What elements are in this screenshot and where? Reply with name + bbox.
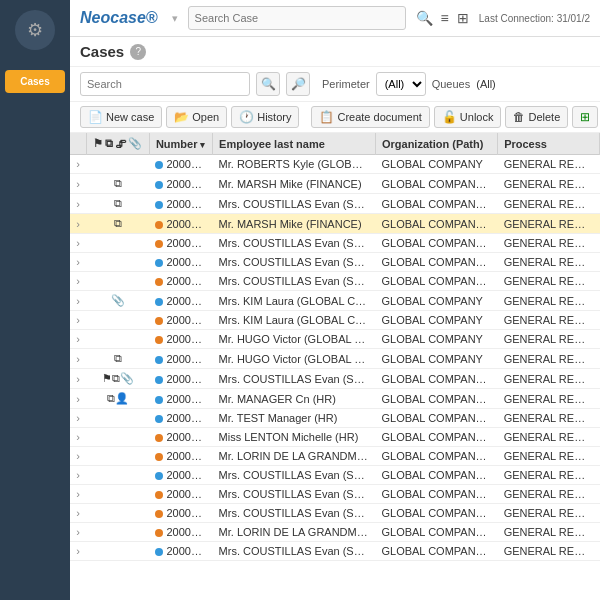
row-expand[interactable]: ›	[70, 174, 86, 194]
case-number[interactable]: 20001616	[149, 466, 212, 485]
table-row[interactable]: › ⧉ 20001650 Mr. MARSH Mike (FINANCE) GL…	[70, 174, 600, 194]
table-row[interactable]: › 20001614 Mrs. COUSTILLAS Evan (SALES) …	[70, 504, 600, 523]
table-row[interactable]: › 20001616 Mrs. COUSTILLAS Evan (SALES) …	[70, 466, 600, 485]
delete-button[interactable]: 🗑 Delete	[505, 106, 568, 128]
search-button[interactable]: 🔍	[256, 72, 280, 96]
row-expand[interactable]: ›	[70, 311, 86, 330]
case-number[interactable]: 20001624	[149, 409, 212, 428]
row-expand[interactable]: ›	[70, 155, 86, 174]
case-number[interactable]: 20001646	[149, 234, 212, 253]
status-dot	[155, 548, 163, 556]
case-number[interactable]: 20001617	[149, 447, 212, 466]
row-expand[interactable]: ›	[70, 253, 86, 272]
last-connection: Last Connection: 31/01/2	[479, 13, 590, 24]
employee-name: Mrs. COUSTILLAS Evan (SALES)	[213, 485, 376, 504]
organization: GLOBAL COMPANY / S...	[375, 504, 497, 523]
table-row[interactable]: › 20001612 Mr. LORIN DE LA GRANDMAISON E…	[70, 523, 600, 542]
queues-value: (All)	[476, 78, 496, 90]
organization: GLOBAL COMPANY / F...	[375, 214, 497, 234]
status-dot	[155, 298, 163, 306]
table-row[interactable]: › 20001635 Mrs. KIM Laura (GLOBAL COMPAN…	[70, 311, 600, 330]
dropdown-arrow-icon[interactable]: ▾	[172, 12, 178, 25]
row-expand[interactable]: ›	[70, 291, 86, 311]
case-number[interactable]: 20001612	[149, 523, 212, 542]
row-expand[interactable]: ›	[70, 330, 86, 349]
list-icon[interactable]: ≡	[441, 10, 449, 26]
table-row[interactable]: › 20001623 Miss LENTON Michelle (HR) GLO…	[70, 428, 600, 447]
table-row[interactable]: › ⧉ 20001628 Mr. HUGO Victor (GLOBAL COM…	[70, 349, 600, 369]
case-number[interactable]: 20001623	[149, 428, 212, 447]
row-expand[interactable]: ›	[70, 369, 86, 389]
status-dot	[155, 278, 163, 286]
row-expand[interactable]: ›	[70, 194, 86, 214]
table-row[interactable]: › ⧉ 20001649 Mrs. COUSTILLAS Evan (SALES…	[70, 194, 600, 214]
row-expand[interactable]: ›	[70, 523, 86, 542]
row-expand[interactable]: ›	[70, 542, 86, 561]
case-number[interactable]: 20001648	[149, 214, 212, 234]
search-input[interactable]	[80, 72, 250, 96]
history-button[interactable]: 🕐 History	[231, 106, 299, 128]
case-number[interactable]: 20001625	[149, 389, 212, 409]
case-number[interactable]: 20001635	[149, 311, 212, 330]
row-expand[interactable]: ›	[70, 272, 86, 291]
case-number[interactable]: 20001626	[149, 369, 212, 389]
table-row[interactable]: › 20001644 Mrs. COUSTILLAS Evan (SALES) …	[70, 272, 600, 291]
row-expand[interactable]: ›	[70, 409, 86, 428]
sidebar-item-cases[interactable]: Cases	[5, 70, 65, 93]
row-expand[interactable]: ›	[70, 349, 86, 369]
new-case-button[interactable]: 📄 New case	[80, 106, 162, 128]
case-number[interactable]: 20001645	[149, 253, 212, 272]
create-document-button[interactable]: 📋 Create document	[311, 106, 429, 128]
row-expand[interactable]: ›	[70, 447, 86, 466]
unlock-button[interactable]: 🔓 Unlock	[434, 106, 502, 128]
search-icon[interactable]: 🔍	[416, 10, 433, 26]
row-expand[interactable]: ›	[70, 234, 86, 253]
case-number[interactable]: 20001614	[149, 504, 212, 523]
row-expand[interactable]: ›	[70, 485, 86, 504]
status-dot	[155, 453, 163, 461]
row-expand[interactable]: ›	[70, 389, 86, 409]
case-number[interactable]: 20001615	[149, 485, 212, 504]
col-process: Process	[498, 133, 600, 155]
row-expand[interactable]: ›	[70, 466, 86, 485]
delete-icon: 🗑	[513, 110, 525, 124]
table-row[interactable]: › ⧉👤 20001625 Mr. MANAGER Cn (HR) GLOBAL…	[70, 389, 600, 409]
employee-name: Mrs. COUSTILLAS Evan (SALES)	[213, 253, 376, 272]
table-row[interactable]: › 20001611 Mrs. COUSTILLAS Evan (SALES) …	[70, 542, 600, 561]
row-expand[interactable]: ›	[70, 428, 86, 447]
perimeter-select[interactable]: (All)	[376, 72, 426, 96]
case-number[interactable]: 20001644	[149, 272, 212, 291]
gear-icon[interactable]: ⚙	[15, 10, 55, 50]
table-row[interactable]: › ⧉ 20001648 Mr. MARSH Mike (FINANCE) GL…	[70, 214, 600, 234]
case-number[interactable]: 20001611	[149, 542, 212, 561]
table-row[interactable]: › 20001651 Mr. ROBERTS Kyle (GLOBAL COMP…	[70, 155, 600, 174]
case-number[interactable]: 20001650	[149, 174, 212, 194]
case-number[interactable]: 20001629	[149, 330, 212, 349]
employee-name: Mr. MANAGER Cn (HR)	[213, 389, 376, 409]
table-row[interactable]: › 20001646 Mrs. COUSTILLAS Evan (SALES) …	[70, 234, 600, 253]
employee-name: Mr. MARSH Mike (FINANCE)	[213, 214, 376, 234]
status-dot	[155, 415, 163, 423]
row-icons	[86, 272, 149, 291]
case-number[interactable]: 20001637	[149, 291, 212, 311]
help-icon[interactable]: ?	[130, 44, 146, 60]
table-row[interactable]: › ⚑⧉📎 20001626 Mrs. COUSTILLAS Evan (SAL…	[70, 369, 600, 389]
advanced-search-button[interactable]: 🔎	[286, 72, 310, 96]
header-search-input[interactable]	[188, 6, 406, 30]
case-number[interactable]: 20001628	[149, 349, 212, 369]
grid-icon[interactable]: ⊞	[457, 10, 469, 26]
export-excel-button[interactable]: ⊞	[572, 106, 598, 128]
case-number[interactable]: 20001651	[149, 155, 212, 174]
table-row[interactable]: › 20001624 Mr. TEST Manager (HR) GLOBAL …	[70, 409, 600, 428]
table-row[interactable]: › 20001615 Mrs. COUSTILLAS Evan (SALES) …	[70, 485, 600, 504]
col-number[interactable]: Number	[149, 133, 212, 155]
case-number[interactable]: 20001649	[149, 194, 212, 214]
status-dot	[155, 240, 163, 248]
open-button[interactable]: 📂 Open	[166, 106, 227, 128]
table-row[interactable]: › 20001645 Mrs. COUSTILLAS Evan (SALES) …	[70, 253, 600, 272]
table-row[interactable]: › 20001629 Mr. HUGO Victor (GLOBAL COMPA…	[70, 330, 600, 349]
row-expand[interactable]: ›	[70, 214, 86, 234]
table-row[interactable]: › 20001617 Mr. LORIN DE LA GRANDMAISON E…	[70, 447, 600, 466]
row-expand[interactable]: ›	[70, 504, 86, 523]
table-row[interactable]: › 📎 20001637 Mrs. KIM Laura (GLOBAL COMP…	[70, 291, 600, 311]
